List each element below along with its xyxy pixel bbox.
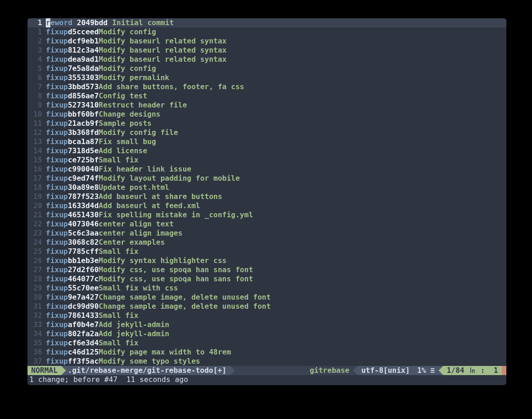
commit-message: Small fix <box>99 247 139 256</box>
rebase-command: fixup <box>46 183 68 192</box>
commit-message: Modify config <box>99 64 156 73</box>
commit-hash: 3b368fd <box>68 128 98 137</box>
editor-line[interactable]: 15fixup ce725bf Small fix <box>27 156 506 165</box>
line-number: 13 <box>27 137 44 146</box>
commit-message: Modify baseurl related syntax <box>99 37 227 46</box>
editor-pane[interactable]: 1 reword 2049bdd Initial commit 1fixup d… <box>27 18 506 385</box>
commit-hash: 464077c <box>68 274 98 284</box>
commit-message: Change designs <box>99 110 161 119</box>
editor-line[interactable]: 22fixup 4073046 center align text <box>27 220 506 229</box>
commit-message: Add jekyll-admin <box>99 329 169 338</box>
commit-hash: 2049bdd <box>77 18 108 27</box>
commit-message: Fix small bug <box>99 137 156 146</box>
commit-message: center align images <box>99 229 183 238</box>
commit-hash: 802fa2a <box>68 329 98 338</box>
commit-message: Sample posts <box>99 119 152 128</box>
commit-message: Initial commit <box>112 18 174 27</box>
commit-message: Change sample image, delete unused font <box>99 302 271 311</box>
line-number: 12 <box>27 128 44 137</box>
editor-line[interactable]: 34fixup 802fa2a Add jekyll-admin <box>27 329 506 338</box>
editor-line[interactable]: 24fixup 3068c82 Center examples <box>27 238 506 247</box>
editor-line[interactable]: 17fixup c9ed74f Modify layout padding fo… <box>27 174 506 183</box>
commit-hash: dea9ad1 <box>68 55 98 64</box>
commit-message: Small fix <box>99 338 139 348</box>
rebase-command: fixup <box>46 293 68 302</box>
rebase-command: fixup <box>46 146 68 156</box>
editor-line[interactable]: 19fixup 787f523 Add baseurl at share but… <box>27 192 506 201</box>
percent-indicator: 1% ≡ <box>413 366 439 375</box>
line-number: 25 <box>27 247 44 256</box>
rebase-command: fixup <box>46 229 68 238</box>
rebase-command: fixup <box>46 101 68 110</box>
rebase-command: fixup <box>46 73 68 82</box>
editor-line[interactable]: 29fixup 55c70ee Small fix with css <box>27 284 506 293</box>
editor-line[interactable]: 20fixup 1633d4d Add baseurl at feed.xml <box>27 201 506 210</box>
commit-hash: dc99d90 <box>68 302 98 311</box>
editor-line-current[interactable]: 1 reword 2049bdd Initial commit <box>27 18 506 27</box>
editor-line[interactable]: 32fixup 7861433 Small fix <box>27 311 506 320</box>
line-number: 5 <box>27 64 44 73</box>
editor-line[interactable]: 33fixup af0b4e7 Add jekyll-admin <box>27 320 506 329</box>
line-number: 26 <box>27 256 44 265</box>
commit-hash: 1633d4d <box>68 201 98 210</box>
editor-line[interactable]: 16fixup c990040 Fix header link issue <box>27 165 506 174</box>
line-number: 32 <box>27 311 44 320</box>
commit-message: Restruct header file <box>99 101 187 110</box>
commit-message: Fix header link issue <box>99 165 191 174</box>
separator-icon <box>439 366 443 375</box>
line-number: 10 <box>27 110 44 119</box>
editor-line[interactable]: 21fixup 4651430 Fix spelling mistake in … <box>27 210 506 220</box>
editor-line[interactable]: 9fixup 5273410 Restruct header file <box>27 101 506 110</box>
commit-hash: 812c3a4 <box>68 46 98 55</box>
line-number: 21 <box>27 210 44 220</box>
commit-hash: 30a89e8 <box>68 183 98 192</box>
separator-icon <box>353 366 358 375</box>
rebase-command: fixup <box>46 91 68 101</box>
editor-line[interactable]: 23fixup 5c6c3aa center align images <box>27 229 506 238</box>
editor-line[interactable]: 18fixup 30a89e8 Update post.html <box>27 183 506 192</box>
line-number: 17 <box>27 174 44 183</box>
editor-line[interactable]: 2fixup dcf9eb1 Modify baseurl related sy… <box>27 37 506 46</box>
editor-line[interactable]: 7fixup 3bbd573 Add share buttons, footer… <box>27 82 506 91</box>
editor-line[interactable]: 14fixup 7318d5e Add license <box>27 146 506 156</box>
rebase-command: eword <box>50 18 72 27</box>
commit-hash: 5c6c3aa <box>68 229 98 238</box>
editor-line[interactable]: 6fixup 3553303 Modify permalink <box>27 73 506 82</box>
editor-line[interactable]: 37fixup ff3f5ac Modify some typo styles <box>27 357 506 366</box>
rebase-command: fixup <box>46 55 68 64</box>
editor-line[interactable]: 31fixup dc99d90 Change sample image, del… <box>27 302 506 311</box>
editor-line[interactable]: 4fixup dea9ad1 Modify baseurl related sy… <box>27 55 506 64</box>
commit-message: Modify permalink <box>99 73 169 82</box>
rebase-command: fixup <box>46 119 68 128</box>
position-indicator: 1/84 ㏑ : 1 <box>443 366 502 375</box>
editor-line[interactable]: 35fixup cf6e3d4 Small fix <box>27 338 506 348</box>
rebase-command: fixup <box>46 27 68 37</box>
editor-line[interactable]: 3fixup 812c3a4 Modify baseurl related sy… <box>27 46 506 55</box>
editor-line[interactable]: 12fixup 3b368fd Modify config file <box>27 128 506 137</box>
editor-line[interactable]: 30fixup 9e7a427 Change sample image, del… <box>27 293 506 302</box>
commit-hash: 7861433 <box>68 311 98 320</box>
commit-message: Modify config file <box>99 128 178 137</box>
line-number: 28 <box>27 274 44 284</box>
editor-line[interactable]: 26fixup bb1eb3e Modify syntax highlighte… <box>27 256 506 265</box>
commit-hash: 7e5a8da <box>68 64 98 73</box>
commit-message: Modify baseurl related syntax <box>99 55 227 64</box>
commit-message: Modify page max width to 48rem <box>99 348 231 357</box>
editor-line[interactable]: 36fixup c46d125 Modify page max width to… <box>27 348 506 357</box>
editor-line[interactable]: 13fixup bca1a87 Fix small bug <box>27 137 506 146</box>
rebase-command: fixup <box>46 348 68 357</box>
editor-line[interactable]: 10fixup bbf60bf Change designs <box>27 110 506 119</box>
rebase-command: fixup <box>46 201 68 210</box>
line-number: 35 <box>27 338 44 348</box>
editor-line[interactable]: 28fixup 464077c Modify css, use spoqa ha… <box>27 274 506 284</box>
editor-line[interactable]: 8fixup d856ae7 Config test <box>27 91 506 101</box>
editor-line[interactable]: 25fixup 7785cff Small fix <box>27 247 506 256</box>
command-line[interactable]: 1 change; before #47 11 seconds ago <box>27 375 506 384</box>
line-number: 1 <box>27 18 44 27</box>
editor-line[interactable]: 27fixup 27d2f60 Modify css, use spoqa ha… <box>27 265 506 274</box>
line-number: 15 <box>27 156 44 165</box>
editor-line[interactable]: 11fixup 21acb9f Sample posts <box>27 119 506 128</box>
editor-line[interactable]: 1fixup d5cceed Modify config <box>27 27 506 37</box>
commit-hash: ce725bf <box>68 156 98 165</box>
editor-line[interactable]: 5fixup 7e5a8da Modify config <box>27 64 506 73</box>
